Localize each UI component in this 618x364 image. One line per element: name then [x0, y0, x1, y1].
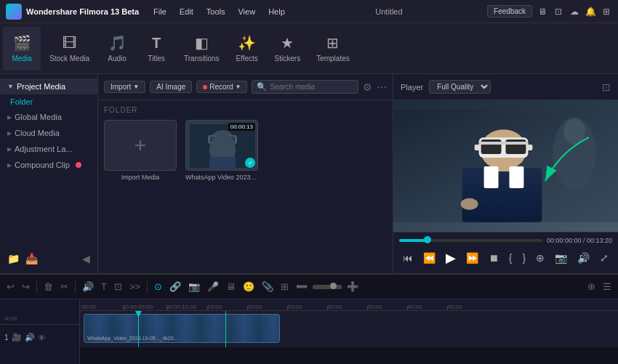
window-title: Untitled — [297, 7, 481, 16]
import-media-item[interactable]: + Import Media — [104, 120, 177, 181]
player-panel: Player Full Quality ⊡ — [393, 74, 618, 273]
cloud-media-section[interactable]: ▶ Cloud Media — [0, 125, 97, 141]
track-number: 1 — [4, 333, 9, 341]
ruler-mark-40: :40:00 — [406, 304, 422, 310]
frame-back-button[interactable]: ⏪ — [422, 251, 437, 265]
app-logo: Wondershare Filmora 13 Beta — [6, 4, 139, 20]
split-button[interactable]: ⊕ — [534, 251, 546, 265]
play-button[interactable]: ▶ — [444, 248, 457, 267]
cut-button[interactable]: ✂ — [58, 279, 71, 294]
screen-capture-btn[interactable]: 🖥 — [224, 279, 238, 294]
svg-rect-18 — [526, 145, 532, 150]
frame-forward-button[interactable]: ⏩ — [465, 251, 480, 265]
search-box[interactable]: 🔍 — [252, 80, 358, 94]
out-marker — [225, 311, 226, 347]
grid-view-btn[interactable]: ⊞ — [278, 279, 291, 294]
zoom-out-btn[interactable]: ➖ — [294, 279, 310, 294]
video-clip[interactable]: WhatsApp_Video_2023-10-05..._4k20... — [84, 314, 280, 343]
toolbar-effects[interactable]: ✨ Effects — [228, 27, 266, 70]
more-options-icon[interactable]: ⋯ — [377, 81, 387, 93]
playhead[interactable] — [138, 311, 139, 347]
search-input[interactable] — [270, 83, 353, 91]
toolbar-titles-label: Titles — [148, 54, 165, 62]
global-media-section[interactable]: ▶ Global Media — [0, 109, 97, 125]
more-tools-btn[interactable]: >> — [127, 279, 143, 294]
toolbar-transitions[interactable]: ◧ Transitions — [177, 27, 227, 70]
crop-button[interactable]: ⊡ — [112, 279, 124, 294]
current-time: 00:00:00:00 — [547, 237, 582, 244]
import-icon[interactable]: 📥 — [25, 253, 38, 264]
toolbar-templates[interactable]: ⊞ Templates — [309, 27, 357, 70]
ruler-mark-10: 00:00:10:00 — [166, 304, 196, 310]
mark-out-button[interactable]: } — [521, 251, 528, 265]
toolbar-media[interactable]: 🎬 Media — [3, 27, 41, 70]
toolbar-audio[interactable]: 🎵 Audio — [98, 27, 136, 70]
progress-bar[interactable] — [399, 239, 542, 242]
track-audio-icon[interactable]: 🔊 — [25, 333, 35, 342]
delete-button[interactable]: 🗑 — [41, 279, 55, 294]
compound-clip-section[interactable]: ▶ Compound Clip — [0, 157, 97, 173]
import-thumb: + — [104, 120, 177, 171]
monitor-icon[interactable]: 🖥 — [537, 6, 548, 17]
filter-icon[interactable]: ⚙ — [363, 81, 372, 93]
toolbar-separator-2 — [75, 281, 76, 293]
grid-icon[interactable]: ⊞ — [601, 6, 612, 17]
layout-icon[interactable]: ⊡ — [553, 6, 564, 17]
camera-btn[interactable]: 📷 — [186, 279, 202, 294]
import-media-label: Import Media — [121, 174, 160, 181]
sticker-btn[interactable]: 🙂 — [241, 279, 257, 294]
expand-player-icon[interactable]: ⊡ — [602, 81, 611, 93]
text-button[interactable]: T — [99, 279, 109, 294]
project-media-label: Project Media — [17, 82, 65, 91]
track-visibility-icon[interactable]: 👁 — [38, 333, 46, 342]
ai-image-button[interactable]: AI Image — [150, 81, 192, 93]
folder-item[interactable]: Folder — [0, 94, 97, 109]
import-button[interactable]: Import ▼ — [104, 81, 145, 93]
toolbar-stock-label: Stock Media — [49, 54, 89, 62]
stop-button[interactable]: ⏹ — [487, 251, 500, 265]
new-folder-icon[interactable]: 📁 — [7, 253, 20, 264]
redo-button[interactable]: ↪ — [20, 279, 32, 294]
record-button[interactable]: Record ▼ — [196, 81, 247, 93]
zoom-slider[interactable] — [313, 285, 342, 289]
zoom-in-btn[interactable]: ➕ — [345, 279, 361, 294]
fullscreen-button[interactable]: ⤢ — [598, 251, 610, 265]
timeline-area: ↩ ↪ 🗑 ✂ 🔊 T ⊡ >> ⊙ 🔗 📷 🎤 🖥 🙂 📎 ⊞ ➖ ➕ ⊕ ☰… — [0, 273, 618, 364]
ai-image-label: AI Image — [156, 83, 185, 91]
volume-button[interactable]: 🔊 — [576, 251, 591, 265]
mic-btn[interactable]: 🎤 — [205, 279, 221, 294]
timeline-settings-btn[interactable]: ☰ — [601, 279, 614, 294]
adjustment-section[interactable]: ▶ Adjustment La... — [0, 141, 97, 157]
menu-file[interactable]: File — [148, 6, 172, 17]
svg-point-10 — [563, 118, 585, 145]
collapse-panel-icon[interactable]: ◀ — [82, 253, 90, 264]
transitions-icon: ◧ — [195, 34, 209, 52]
clip-btn[interactable]: 📎 — [260, 279, 276, 294]
player-label: Player — [401, 83, 423, 92]
audio-button[interactable]: 🔊 — [80, 279, 96, 294]
toolbar-stickers[interactable]: ★ Stickers — [268, 27, 308, 70]
menu-help[interactable]: Help — [262, 6, 291, 17]
menu-edit[interactable]: Edit — [174, 6, 199, 17]
bell-icon[interactable]: 🔔 — [585, 6, 596, 17]
quality-select[interactable]: Full Quality — [429, 80, 491, 94]
project-media-section[interactable]: ▼ Project Media — [0, 78, 97, 94]
undo-button[interactable]: ↩ — [4, 279, 17, 294]
add-track-btn[interactable]: ⊕ — [585, 279, 598, 294]
feedback-button[interactable]: Feedback — [487, 5, 532, 17]
track-camera-icon[interactable]: 🎥 — [12, 333, 22, 342]
toolbar-stock-media[interactable]: 🎞 Stock Media — [42, 27, 97, 70]
menu-tools[interactable]: Tools — [201, 6, 231, 17]
media-toolbar: Import ▼ AI Image Record ▼ 🔍 ⚙ ⋯ — [98, 74, 393, 100]
video-scene — [393, 100, 618, 232]
toolbar-titles[interactable]: T Titles — [137, 27, 175, 70]
skip-back-button[interactable]: ⏮ — [401, 251, 414, 265]
toolbar-templates-label: Templates — [316, 54, 350, 62]
link-clip-btn[interactable]: 🔗 — [167, 279, 183, 294]
ripple-edit-btn[interactable]: ⊙ — [152, 279, 164, 294]
snapshot-button[interactable]: 📷 — [553, 251, 569, 265]
menu-view[interactable]: View — [232, 6, 261, 17]
cloud-icon[interactable]: ☁ — [569, 6, 580, 17]
mark-in-button[interactable]: { — [507, 251, 514, 265]
video-media-item[interactable]: 00:00:13 ✓ WhatsApp Video 2023-10-05... — [185, 120, 258, 181]
